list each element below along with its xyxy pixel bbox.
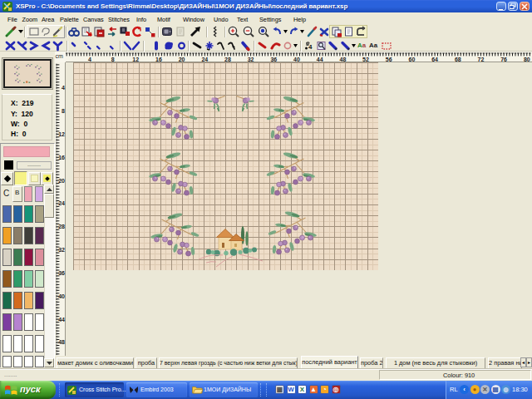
svg-text:40: 40 (58, 293, 65, 299)
svg-text:24: 24 (201, 57, 208, 62)
svg-text:72: 72 (478, 57, 485, 62)
svg-text:8: 8 (62, 108, 65, 114)
svg-text:12: 12 (58, 131, 65, 137)
svg-text:48: 48 (58, 339, 65, 345)
svg-text:4: 4 (62, 85, 65, 91)
svg-text:4: 4 (88, 57, 91, 62)
svg-text:16: 16 (155, 57, 162, 62)
svg-text:44: 44 (317, 57, 323, 62)
svg-text:36: 36 (58, 270, 65, 276)
svg-text:76: 76 (500, 57, 507, 62)
svg-text:16: 16 (58, 155, 65, 160)
svg-text:52: 52 (362, 57, 369, 62)
svg-text:80: 80 (524, 57, 530, 62)
svg-text:32: 32 (248, 57, 254, 62)
svg-text:64: 64 (431, 57, 438, 62)
svg-text:4: 4 (308, 43, 313, 51)
svg-text:8: 8 (111, 57, 115, 62)
svg-text:20: 20 (179, 57, 185, 62)
svg-text:32: 32 (58, 247, 65, 253)
svg-text:36: 36 (270, 57, 277, 62)
svg-text:28: 28 (224, 57, 231, 62)
svg-text:56: 56 (386, 57, 392, 62)
svg-text:24: 24 (58, 200, 65, 206)
svg-text:48: 48 (340, 57, 347, 62)
svg-text:28: 28 (58, 224, 65, 229)
svg-text:44: 44 (58, 317, 65, 323)
svg-text:60: 60 (409, 57, 416, 62)
svg-text:68: 68 (455, 57, 461, 62)
svg-text:12: 12 (132, 57, 139, 62)
svg-text:20: 20 (58, 178, 65, 184)
svg-text:40: 40 (293, 57, 300, 62)
